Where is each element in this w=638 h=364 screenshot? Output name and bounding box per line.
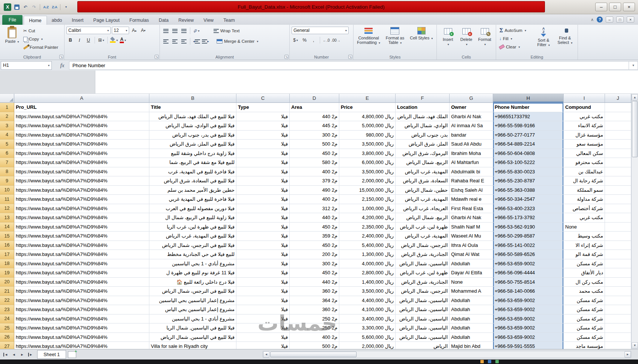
cell-C2[interactable]: فيلا xyxy=(236,112,290,122)
cell-D20[interactable]: 440 م2 xyxy=(290,278,339,287)
cell-F9[interactable]: السعادة، شرق الرياض xyxy=(396,176,450,186)
font-color-icon[interactable]: A▾ xyxy=(119,36,127,44)
cell-I18[interactable]: شركة مسكن xyxy=(564,259,605,269)
cell-F7[interactable]: الربيع، شمال الرياض xyxy=(396,158,450,167)
cell-A5[interactable]: https://www.bayut.sa/%D8%A7%D9%84% xyxy=(14,140,149,149)
cell-C24[interactable]: فيلا xyxy=(236,314,290,324)
name-box[interactable]: H1▾ xyxy=(1,61,52,70)
cell-G15[interactable]: Waseet Al Mu xyxy=(450,232,493,241)
cell-B20[interactable]: فيلا درج داخلي رائعة للبيع 🏠 xyxy=(149,278,236,287)
cell-E8[interactable]: 3,500,000 ريال xyxy=(339,167,396,177)
cell-D19[interactable]: 450 م2 xyxy=(290,268,339,278)
cell-F20[interactable]: الجنادرية، شرق الرياض xyxy=(396,278,450,287)
cell-B8[interactable]: فيلا فاخرة للبيع في المهدية، غرب xyxy=(149,167,236,177)
cell-I24[interactable]: شركة مسكن xyxy=(564,314,605,324)
row-header-24[interactable]: 24 xyxy=(0,314,14,324)
cell-A8[interactable]: https://www.bayut.sa/%D8%A7%D9%84% xyxy=(14,167,149,177)
shrink-font-icon[interactable]: A▾ xyxy=(139,27,147,34)
select-all-corner[interactable] xyxy=(0,94,14,103)
cell-G12[interactable]: First Real Esta xyxy=(450,204,493,214)
cell-B9[interactable]: فيلا للبيع في السعادة، شرق الرياض xyxy=(149,176,236,186)
cell-F13[interactable]: الربيع، شمال الرياض xyxy=(396,213,450,223)
cell-J26[interactable] xyxy=(605,333,631,342)
cell-C12[interactable]: فيلا xyxy=(236,204,290,214)
cell-J9[interactable] xyxy=(605,176,631,186)
cell-I22[interactable]: شركة مسكن xyxy=(564,296,605,305)
cell-C3[interactable]: فيلا xyxy=(236,121,290,131)
cell-G7[interactable]: Al Mahtarfun xyxy=(450,158,493,167)
tab-data[interactable]: Data xyxy=(154,16,173,25)
cell-I17[interactable]: شركة قمة الو xyxy=(564,250,605,259)
cell-J10[interactable] xyxy=(605,186,631,195)
fill-button[interactable]: ↓Fill▾ xyxy=(498,35,533,43)
cell-A3[interactable]: https://www.bayut.sa/%D8%A7%D9%84% xyxy=(14,121,149,131)
row-header-25[interactable]: 25 xyxy=(0,323,14,333)
customize-qat-icon[interactable]: ▾ xyxy=(63,4,69,11)
cell-J11[interactable] xyxy=(605,195,631,204)
decrease-decimal-icon[interactable]: .00→ xyxy=(331,36,340,44)
column-header-B[interactable]: B xyxy=(149,94,236,103)
cell-G10[interactable]: Eishq Saleh Al xyxy=(450,186,493,195)
cell-E15[interactable]: 2,400,000 ريال xyxy=(339,232,396,241)
cell-H24[interactable]: +966-53-659-9002 xyxy=(493,314,564,324)
cell-C14[interactable]: فيلا xyxy=(236,223,290,232)
column-header-A[interactable]: A xyxy=(14,94,149,103)
borders-icon[interactable]: ⊞▾ xyxy=(97,36,105,44)
cell-J23[interactable] xyxy=(605,305,631,314)
cell-J27[interactable] xyxy=(605,342,631,349)
column-header-I[interactable]: I xyxy=(564,94,605,103)
cell-J6[interactable] xyxy=(605,149,631,158)
cell-G26[interactable]: Abdullah xyxy=(450,333,493,342)
cell-C23[interactable]: فيلا xyxy=(236,305,290,314)
insert-function-button[interactable]: fx xyxy=(56,61,69,70)
cell-C4[interactable]: فيلا xyxy=(236,131,290,140)
font-dialog-launcher[interactable]: ↘ xyxy=(155,55,159,59)
row-header-11[interactable]: 11 xyxy=(0,195,14,204)
cell-F17[interactable]: الجنادرية، شرق الرياض xyxy=(396,250,450,259)
cell-I10[interactable]: سمو المملكة xyxy=(564,186,605,195)
orientation-icon[interactable]: ab▾ xyxy=(193,27,200,35)
cell-A20[interactable]: https://www.bayut.sa/%D8%A7%D9%84% xyxy=(14,278,149,287)
cell-D4[interactable]: 300 م2 xyxy=(290,131,339,140)
cell-E7[interactable]: 6,000,000 ريال xyxy=(339,158,396,167)
cell-D1[interactable]: Area xyxy=(290,103,339,112)
cell-I14[interactable]: None xyxy=(564,223,605,232)
row-header-21[interactable]: 21 xyxy=(0,287,14,296)
cell-H3[interactable]: +966-55-598-9166 xyxy=(493,121,564,131)
cell-G3[interactable]: Al inmaa Al Sa xyxy=(450,121,493,131)
cell-B17[interactable]: للبيع فيلا في حي الجنادرية مخطط xyxy=(149,250,236,259)
cell-E25[interactable]: 3,300,000 ريال xyxy=(339,323,396,333)
cell-G20[interactable]: None xyxy=(450,278,493,287)
workbook-restore-icon[interactable]: □ xyxy=(616,17,624,23)
cell-H4[interactable]: +966-50-277-0177 xyxy=(493,131,564,140)
cell-I2[interactable]: مكتب غربي xyxy=(564,112,605,122)
cell-D27[interactable]: 500 م2 xyxy=(290,342,339,349)
cell-D5[interactable]: 500 م2 xyxy=(290,140,339,149)
cell-J14[interactable] xyxy=(605,223,631,232)
cell-B13[interactable]: فيلا زاوية للبيع في الربيع، شمال ال xyxy=(149,213,236,223)
accounting-format-icon[interactable]: $▾ xyxy=(292,36,299,44)
column-header-F[interactable]: F xyxy=(396,94,450,103)
cell-D21[interactable]: 360 م2 xyxy=(290,287,339,296)
scroll-left-icon[interactable]: ◄ xyxy=(263,351,269,358)
cell-B26[interactable]: فيلا للبيع في الياسمين, شمال الرياض xyxy=(149,333,236,342)
cell-I26[interactable]: شركة مسكن xyxy=(564,333,605,342)
cell-A7[interactable]: https://www.bayut.sa/%D8%A7%D9%84% xyxy=(14,158,149,167)
cell-H2[interactable]: +966551733792 xyxy=(493,112,564,122)
cell-I3[interactable]: شركة الانماء xyxy=(564,121,605,131)
cell-I5[interactable]: مؤسسة سعو xyxy=(564,140,605,149)
cell-D11[interactable]: 400 م2 xyxy=(290,195,339,204)
cell-E16[interactable]: 5,400,000 ريال xyxy=(339,241,396,250)
tab-review[interactable]: Review xyxy=(173,16,199,25)
cell-G18[interactable]: Abdullah xyxy=(450,259,493,269)
cell-H26[interactable]: +966-53-659-9002 xyxy=(493,333,564,342)
paste-button[interactable]: Paste ▾ xyxy=(2,26,22,54)
cell-B14[interactable]: فيلا للبيع في ظهرة لبن، غرب الريا xyxy=(149,223,236,232)
cell-B1[interactable]: Title xyxy=(149,103,236,112)
cell-B6[interactable]: فيلا زاوية درج داخلي وشقة للبيع xyxy=(149,149,236,158)
find-select-button[interactable]: Find & Select ▾ xyxy=(554,26,576,53)
tab-insert[interactable]: Insert xyxy=(67,16,88,25)
cell-F6[interactable]: اليرموك، شرق الرياض xyxy=(396,149,450,158)
cell-A18[interactable]: https://www.bayut.sa/%D8%A7%D9%84% xyxy=(14,259,149,269)
cell-G25[interactable]: Abdullah xyxy=(450,323,493,333)
